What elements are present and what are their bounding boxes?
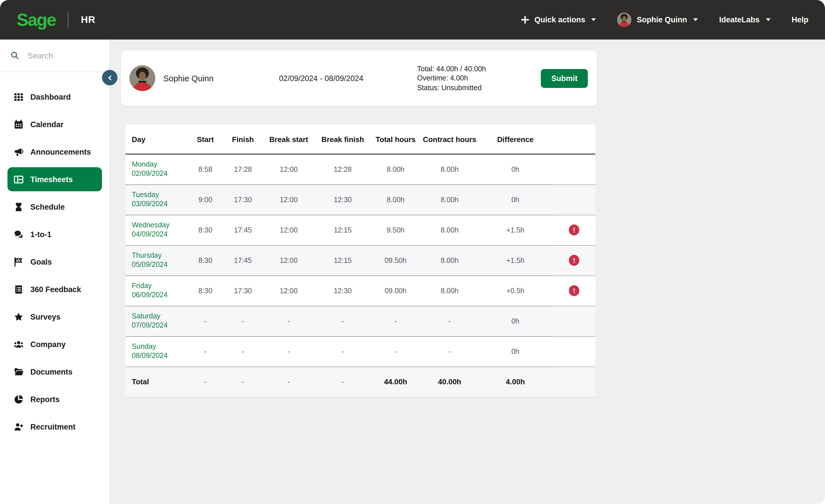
cell-start: 8:30 [186,215,224,245]
cell-difference: +1.5h [478,215,553,245]
column-header-day: Day [126,125,186,154]
employee-avatar [130,65,155,91]
sidebar-item-surveys[interactable]: Surveys [7,305,102,329]
cell-finish: 17:30 [224,275,261,306]
search-input[interactable] [27,51,90,60]
day-link[interactable]: Wednesday04/09/2024 [132,221,169,239]
sidebar-item-label: Documents [30,367,72,376]
hourglass-icon [14,202,23,212]
sidebar-item-label: Calendar [30,120,64,129]
product-name: HR [81,14,95,25]
column-header-start: Start [186,125,224,154]
sidebar-item-label: 360 Feedback [30,285,81,293]
timesheet-summary-card: Sophie Quinn 02/09/2024 - 08/09/2024 Tot… [121,51,597,106]
cell-break-finish: - [316,336,370,366]
cell-finish: - [224,306,261,336]
cell-break-start: - [262,306,316,336]
summary-status: Status: Unsubmitted [417,83,486,92]
day-link[interactable]: Sunday08/09/2024 [132,342,167,360]
star-icon [14,312,23,322]
cell-start: - [186,306,224,336]
sidebar-item-documents[interactable]: Documents [7,360,102,384]
cell-warning [553,154,595,184]
sidebar-item-recruitment[interactable]: Recruitment [7,415,102,439]
sidebar-item-label: Dashboard [30,92,71,101]
employee-name: Sophie Quinn [163,74,214,83]
sidebar-menu: Dashboard Calendar Announcements Timeshe… [0,72,109,439]
cell-warning [553,184,595,215]
cell-contract-hours: - [422,306,478,336]
sidebar-item-company[interactable]: Company [7,332,102,356]
cell-total-hours: - [370,306,422,336]
user-menu-button[interactable]: Sophie Quinn [617,13,698,27]
pie-chart-icon [14,394,23,404]
total-label: Total [126,366,186,397]
cell-break-start: 12:00 [262,154,316,184]
cell-break-start: 12:00 [262,245,316,275]
warning-icon[interactable]: ! [569,255,580,266]
cell-break-start: - [262,366,316,397]
warning-icon[interactable]: ! [569,225,580,235]
cell-total-hours: 09.50h [370,245,422,275]
cell-finish: 17:28 [224,154,261,184]
chevron-left-icon [106,74,114,82]
sidebar-item-label: Recruitment [30,422,76,431]
sage-logo[interactable]: Sage [17,11,56,29]
cell-contract-hours: 8.00h [422,275,478,306]
search-icon [10,51,19,60]
timesheet-table-icon [14,174,23,184]
cell-finish: 17:30 [224,184,261,215]
timesheet-summary: Total: 44.00h / 40.00h Overtime: 4.00h S… [417,64,486,92]
cell-contract-hours: 8.00h [422,184,478,215]
chevron-down-icon [592,18,596,21]
cell-finish: - [224,336,261,366]
cell-break-start: - [262,336,316,366]
people-icon [14,339,23,349]
cell-contract-hours: 8.00h [422,215,478,245]
sidebar-item-reports[interactable]: Reports [7,387,102,411]
day-link[interactable]: Thursday05/09/2024 [132,251,167,269]
calendar-icon [14,119,23,129]
sidebar-item-announcements[interactable]: Announcements [7,140,102,164]
cell-total-hours: 8.00h [370,154,422,184]
sidebar-collapse-button[interactable] [102,70,118,85]
cell-break-finish: - [316,306,370,336]
cell-difference: +1.5h [478,245,553,275]
sidebar-item-schedule[interactable]: Schedule [7,195,102,219]
table-row-thursday: Thursday05/09/2024 8:30 17:45 12:00 12:1… [126,245,595,275]
cell-break-start: 12:00 [262,184,316,215]
column-header-finish: Finish [224,125,261,154]
sidebar-item-label: Announcements [30,148,91,156]
cell-total-hours: 8.00h [370,184,422,215]
sidebar-item-dashboard[interactable]: Dashboard [7,85,102,109]
cell-contract-hours: - [422,336,478,366]
app-window: Sage HR Quick actions Sophie Quinn Ideat… [0,0,825,504]
warning-icon[interactable]: ! [569,285,580,296]
submit-button[interactable]: Submit [541,69,588,88]
cell-start: - [186,366,224,397]
company-name-label: IdeateLabs [719,15,759,24]
cell-start: 9:00 [186,184,224,215]
topbar: Sage HR Quick actions Sophie Quinn Ideat… [0,0,825,39]
sidebar-item-1-to-1[interactable]: 1-to-1 [7,222,102,246]
sidebar-item-calendar[interactable]: Calendar [7,112,102,136]
sidebar-item-360-feedback[interactable]: 360 Feedback [7,277,102,301]
table-row-sunday: Sunday08/09/2024 - - - - - - 0h [126,336,595,366]
sidebar-item-label: Reports [30,395,60,404]
day-link[interactable]: Saturday07/09/2024 [132,312,167,330]
day-link[interactable]: Monday02/09/2024 [132,161,167,178]
total-hours-value: 44.00h [370,366,422,397]
help-button[interactable]: Help [792,15,808,24]
cell-start: - [186,336,224,366]
cell-contract-hours: 8.00h [422,245,478,275]
cell-difference: 0h [478,306,553,336]
sidebar-item-goals[interactable]: Goals [7,250,102,274]
sidebar-item-timesheets[interactable]: Timesheets [7,167,102,191]
day-link[interactable]: Tuesday03/09/2024 [132,191,167,208]
table-row-monday: Monday02/09/2024 8:58 17:28 12:00 12:28 … [126,154,595,184]
company-menu-button[interactable]: IdeateLabs [719,15,770,24]
day-link[interactable]: Friday06/09/2024 [132,282,167,300]
summary-total: Total: 44.00h / 40.00h [417,64,486,74]
cell-finish: 17:45 [224,215,261,245]
quick-actions-button[interactable]: Quick actions [521,15,596,24]
